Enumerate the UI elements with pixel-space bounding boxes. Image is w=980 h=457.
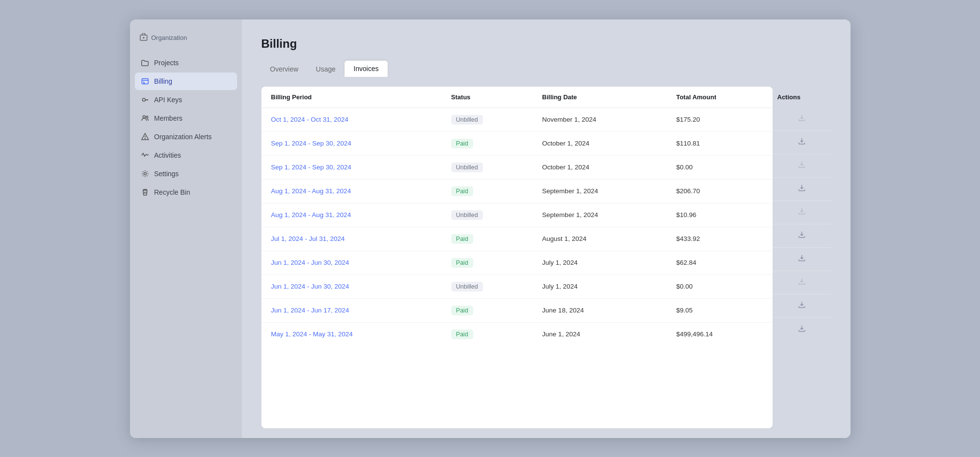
billing-date-cell: August 1, 2024 bbox=[533, 227, 666, 251]
sidebar-item-billing[interactable]: Billing bbox=[135, 73, 237, 90]
tab-overview[interactable]: Overview bbox=[261, 61, 307, 77]
total-amount-cell: $0.00 bbox=[666, 155, 773, 179]
sidebar: Organization Projects bbox=[130, 19, 242, 438]
col-status: Status bbox=[442, 87, 533, 108]
status-badge: Unbilled bbox=[451, 210, 483, 220]
status-badge: Unbilled bbox=[451, 115, 483, 125]
status-badge: Paid bbox=[451, 329, 473, 339]
sidebar-item-settings[interactable]: Settings bbox=[135, 165, 237, 183]
total-amount-cell: $9.05 bbox=[666, 298, 773, 322]
settings-icon bbox=[141, 169, 149, 178]
alerts-icon bbox=[141, 132, 149, 141]
org-label: Organization bbox=[130, 33, 242, 54]
invoices-table: Billing Period Status Billing Date Total… bbox=[261, 87, 773, 346]
status-badge: Paid bbox=[451, 139, 473, 148]
status-badge: Unbilled bbox=[451, 163, 483, 172]
table-row: Aug 1, 2024 - Aug 31, 2024UnbilledSeptem… bbox=[261, 203, 773, 227]
billing-date-cell: June 1, 2024 bbox=[533, 322, 666, 346]
action-row bbox=[773, 224, 831, 248]
svg-point-9 bbox=[146, 116, 148, 118]
billing-period-link[interactable]: Jun 1, 2024 - Jun 17, 2024 bbox=[271, 307, 350, 314]
table-row: Aug 1, 2024 - Aug 31, 2024PaidSeptember … bbox=[261, 179, 773, 203]
table-row: Sep 1, 2024 - Sep 30, 2024PaidOctober 1,… bbox=[261, 131, 773, 155]
sidebar-item-recycle-bin[interactable]: Recycle Bin bbox=[135, 183, 237, 201]
col-total-amount: Total Amount bbox=[666, 87, 773, 108]
sidebar-item-label: Recycle Bin bbox=[154, 188, 190, 196]
download-button-disabled bbox=[795, 205, 809, 219]
col-billing-date: Billing Date bbox=[533, 87, 666, 108]
total-amount-cell: $175.20 bbox=[666, 108, 773, 131]
table-row: Jul 1, 2024 - Jul 31, 2024PaidAugust 1, … bbox=[261, 227, 773, 251]
actions-header: Actions bbox=[773, 87, 831, 101]
tab-usage[interactable]: Usage bbox=[307, 61, 344, 77]
total-amount-cell: $0.00 bbox=[666, 274, 773, 298]
sidebar-item-label: Organization Alerts bbox=[154, 133, 212, 141]
total-amount-cell: $62.84 bbox=[666, 251, 773, 274]
sidebar-item-label: Settings bbox=[154, 170, 179, 178]
action-row bbox=[773, 178, 831, 201]
download-button[interactable] bbox=[795, 229, 809, 242]
billing-date-cell: November 1, 2024 bbox=[533, 108, 666, 131]
table-row: May 1, 2024 - May 31, 2024PaidJune 1, 20… bbox=[261, 322, 773, 346]
status-badge: Paid bbox=[451, 186, 473, 196]
total-amount-cell: $433.92 bbox=[666, 227, 773, 251]
sidebar-item-label: Members bbox=[154, 114, 183, 122]
billing-period-link[interactable]: Sep 1, 2024 - Sep 30, 2024 bbox=[271, 140, 351, 147]
sidebar-item-label: Billing bbox=[154, 77, 172, 85]
total-amount-cell: $206.70 bbox=[666, 179, 773, 203]
sidebar-item-label: Activities bbox=[154, 151, 181, 159]
status-badge: Paid bbox=[451, 306, 473, 315]
download-button[interactable] bbox=[795, 323, 809, 336]
billing-period-link[interactable]: Sep 1, 2024 - Sep 30, 2024 bbox=[271, 164, 351, 171]
sidebar-item-label: API Keys bbox=[154, 96, 183, 104]
billing-icon bbox=[141, 77, 149, 86]
billing-date-cell: June 18, 2024 bbox=[533, 298, 666, 322]
billing-period-link[interactable]: Aug 1, 2024 - Aug 31, 2024 bbox=[271, 211, 351, 219]
action-row bbox=[773, 248, 831, 271]
total-amount-cell: $10.96 bbox=[666, 203, 773, 227]
invoices-table-wrapper: Billing Period Status Billing Date Total… bbox=[261, 87, 773, 428]
billing-date-cell: July 1, 2024 bbox=[533, 251, 666, 274]
billing-period-link[interactable]: Jul 1, 2024 - Jul 31, 2024 bbox=[271, 235, 345, 242]
col-billing-period: Billing Period bbox=[261, 87, 442, 108]
tab-invoices[interactable]: Invoices bbox=[344, 60, 388, 77]
total-amount-cell: $110.81 bbox=[666, 131, 773, 155]
download-button[interactable] bbox=[795, 182, 809, 196]
sidebar-item-api-keys[interactable]: API Keys bbox=[135, 91, 237, 109]
billing-period-link[interactable]: May 1, 2024 - May 31, 2024 bbox=[271, 330, 353, 338]
sidebar-item-activities[interactable]: Activities bbox=[135, 146, 237, 164]
activities-icon bbox=[141, 151, 149, 160]
billing-date-cell: October 1, 2024 bbox=[533, 155, 666, 179]
members-icon bbox=[141, 114, 149, 123]
download-button[interactable] bbox=[795, 299, 809, 312]
download-button[interactable] bbox=[795, 252, 809, 266]
table-row: Oct 1, 2024 - Oct 31, 2024UnbilledNovemb… bbox=[261, 108, 773, 131]
action-row bbox=[773, 318, 831, 341]
action-row bbox=[773, 154, 831, 178]
download-button[interactable] bbox=[795, 135, 809, 149]
download-button-disabled bbox=[795, 275, 809, 289]
table-row: Jun 1, 2024 - Jun 30, 2024UnbilledJuly 1… bbox=[261, 274, 773, 298]
status-badge: Unbilled bbox=[451, 282, 483, 292]
sidebar-item-members[interactable]: Members bbox=[135, 110, 237, 127]
sidebar-item-projects[interactable]: Projects bbox=[135, 54, 237, 72]
main-content: Billing Overview Usage Invoices Billing … bbox=[242, 19, 851, 438]
org-icon bbox=[140, 33, 148, 42]
billing-period-link[interactable]: Oct 1, 2024 - Oct 31, 2024 bbox=[271, 116, 349, 123]
sidebar-item-label: Projects bbox=[154, 59, 179, 67]
download-button-disabled bbox=[795, 112, 809, 126]
billing-date-cell: September 1, 2024 bbox=[533, 203, 666, 227]
status-badge: Paid bbox=[451, 258, 473, 268]
table-row: Sep 1, 2024 - Sep 30, 2024UnbilledOctobe… bbox=[261, 155, 773, 179]
action-row bbox=[773, 271, 831, 294]
action-row bbox=[773, 201, 831, 224]
billing-date-cell: September 1, 2024 bbox=[533, 179, 666, 203]
billing-period-link[interactable]: Aug 1, 2024 - Aug 31, 2024 bbox=[271, 187, 351, 195]
table-row: Jun 1, 2024 - Jun 17, 2024PaidJune 18, 2… bbox=[261, 298, 773, 322]
billing-date-cell: October 1, 2024 bbox=[533, 131, 666, 155]
billing-period-link[interactable]: Jun 1, 2024 - Jun 30, 2024 bbox=[271, 259, 350, 266]
tabs: Overview Usage Invoices bbox=[261, 60, 831, 77]
billing-period-link[interactable]: Jun 1, 2024 - Jun 30, 2024 bbox=[271, 283, 350, 290]
sidebar-item-org-alerts[interactable]: Organization Alerts bbox=[135, 128, 237, 146]
action-row bbox=[773, 131, 831, 154]
